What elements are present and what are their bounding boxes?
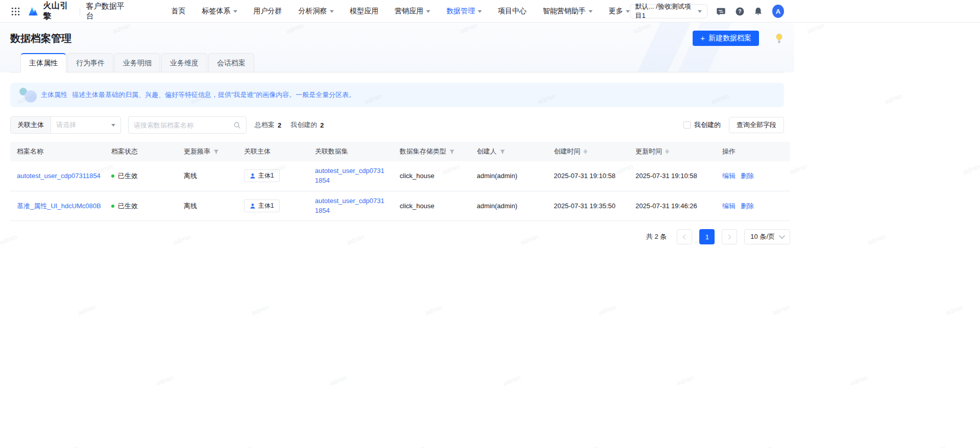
project-selector[interactable]: 默认... /验收测试项目1 (630, 4, 707, 18)
next-page-button[interactable] (722, 229, 737, 244)
topbar: 火山引擎 客户数据平台 首页 标签体系 用户分群 分析洞察 模型应用 营销应用 … (0, 0, 980, 22)
storage-type-value: click_house (400, 172, 434, 180)
col-update-frequency: 更新频率 (177, 142, 237, 161)
user-avatar[interactable]: A (772, 5, 784, 18)
product-name: 客户数据平台 (86, 2, 128, 21)
topbar-inner: 火山引擎 客户数据平台 首页 标签体系 用户分群 分析洞察 模型应用 营销应用 … (0, 0, 794, 22)
updated-time-value: 2025-07-31 19:46:26 (635, 202, 697, 210)
delete-link[interactable]: 删除 (741, 171, 754, 181)
subject-filter-select[interactable]: 关联主体 请选择 (10, 116, 121, 134)
banner-label: 主体属性 (41, 90, 67, 99)
sort-icon[interactable] (583, 147, 587, 156)
edit-link[interactable]: 编辑 (722, 171, 736, 181)
storage-type-value: click_house (400, 202, 434, 210)
nav-item-user-segments[interactable]: 用户分群 (254, 7, 282, 16)
col-related-dataset: 关联数据集 (308, 142, 393, 161)
watermark-text: admin (329, 374, 348, 387)
chevron-down-icon (233, 10, 237, 15)
apps-grid-icon[interactable] (10, 6, 20, 17)
help-icon[interactable]: ? (734, 6, 745, 17)
page-size-select[interactable]: 10 条/页 (744, 229, 790, 244)
archive-search-input[interactable] (134, 121, 233, 129)
subject-tag: 主体1 (244, 200, 280, 212)
nav-item-home[interactable]: 首页 (172, 7, 186, 16)
prev-page-button[interactable] (677, 229, 692, 244)
col-creator: 创建人 (470, 142, 547, 161)
filter-funnel-icon[interactable] (213, 149, 219, 155)
watermark-text: admin (424, 303, 444, 316)
subject-filter-placeholder: 请选择 (51, 120, 111, 130)
bell-icon[interactable] (753, 6, 764, 17)
tab-subject-attributes[interactable]: 主体属性 (20, 53, 66, 72)
edit-link[interactable]: 编辑 (722, 202, 736, 211)
filter-funnel-icon[interactable] (500, 149, 505, 155)
watermark-text: admin (867, 233, 886, 246)
watermark-text: admin (233, 444, 253, 448)
tab-behavior-events[interactable]: 行为事件 (67, 53, 113, 72)
nav-item-model-apps[interactable]: 模型应用 (350, 7, 379, 16)
watermark-text: admin (77, 303, 96, 316)
page-header-actions: + 新建数据档案 (693, 31, 784, 46)
feedback-icon[interactable] (716, 6, 726, 17)
dataset-link[interactable]: autotest_user_cdp07311854 (315, 166, 386, 186)
search-icon[interactable] (233, 121, 241, 129)
filter-row: 关联主体 请选择 总档案 2 (10, 116, 784, 134)
chevron-right-icon (726, 234, 731, 239)
chevron-down-icon (698, 10, 702, 15)
nav-item-smart-marketing-assistant[interactable]: 智能营销助手 (543, 7, 593, 16)
watermark-text: admin (962, 162, 980, 176)
update-frequency-value: 离线 (184, 172, 197, 180)
new-archive-button[interactable]: + 新建数据档案 (693, 31, 759, 46)
table-row: 基准_属性_UI_hdcUMc080B 已生效 离线 主体1 autotest_… (10, 191, 790, 221)
chevron-down-icon (426, 10, 430, 15)
page-number-button[interactable]: 1 (699, 229, 715, 244)
person-icon (250, 203, 256, 209)
lightbulb-icon[interactable] (774, 33, 784, 44)
project-selector-value: 默认... /验收测试项目1 (635, 2, 694, 20)
created-by-me-filter[interactable]: 我创建的 (683, 120, 721, 130)
status-badge: 已生效 (111, 171, 170, 181)
filter-right: 我创建的 查询全部字段 (683, 117, 784, 133)
info-banner: 主体属性 描述主体最基础的归属、兴趣、偏好等特征信息，提供"我是谁"的画像内容。… (10, 83, 784, 107)
brand-divider (80, 8, 80, 15)
chevron-down-icon (626, 10, 630, 15)
archive-stats: 总档案 2 我创建的 2 (255, 120, 324, 130)
nav-item-tag-system[interactable]: 标签体系 (202, 7, 237, 16)
archive-name-link[interactable]: 基准_属性_UI_hdcUMc080B (17, 202, 101, 210)
table-row: autotest_user_cdp07311854 已生效 离线 主体1 aut… (10, 161, 790, 191)
creator-value: admin(admin) (477, 172, 517, 180)
watermark-text: admin (502, 374, 522, 387)
created-by-me-checkbox[interactable] (683, 121, 691, 129)
banner-decoration-icon (18, 86, 41, 104)
nav-item-data-management[interactable]: 数据管理 (447, 7, 482, 16)
archive-type-tabs: 主体属性 行为事件 业务明细 业务维度 会话档案 (10, 46, 784, 72)
volcengine-logo-icon (28, 5, 39, 17)
col-created-time: 创建时间 (547, 142, 629, 161)
watermark-text: admin (598, 303, 617, 316)
nav-item-more[interactable]: 更多 (609, 7, 630, 16)
created-by-me-stat: 我创建的 2 (290, 120, 324, 130)
page-size-value: 10 条/页 (750, 232, 775, 241)
nav-item-project-center[interactable]: 项目中心 (498, 7, 527, 16)
query-all-fields-button[interactable]: 查询全部字段 (729, 117, 784, 133)
total-archives-stat: 总档案 2 (255, 120, 281, 130)
nav-item-analysis[interactable]: 分析洞察 (299, 7, 334, 16)
tab-business-dimensions[interactable]: 业务维度 (161, 53, 207, 72)
status-dot-icon (111, 175, 114, 178)
tab-business-details[interactable]: 业务明细 (114, 53, 160, 72)
dataset-link[interactable]: autotest_user_cdp07311854 (315, 196, 386, 216)
content: 主体属性 描述主体最基础的归属、兴趣、偏好等特征信息，提供"我是谁"的画像内容。… (0, 72, 794, 255)
watermark-text: admin (0, 374, 1, 387)
subject-tag: 主体1 (244, 169, 280, 182)
archive-name-link[interactable]: autotest_user_cdp07311854 (17, 172, 101, 180)
brand-name: 火山引擎 (43, 1, 75, 22)
watermark-text: admin (806, 21, 825, 35)
app-shell: 数据档案管理 + 新建数据档案 (0, 22, 794, 255)
delete-link[interactable]: 删除 (741, 202, 754, 211)
archive-search-box (128, 116, 247, 134)
tab-session-archives[interactable]: 会话档案 (208, 53, 254, 72)
filter-funnel-icon[interactable] (449, 149, 455, 155)
nav-item-marketing-apps[interactable]: 营销应用 (395, 7, 430, 16)
watermark-text: admin (676, 374, 695, 387)
sort-icon[interactable] (665, 147, 669, 156)
